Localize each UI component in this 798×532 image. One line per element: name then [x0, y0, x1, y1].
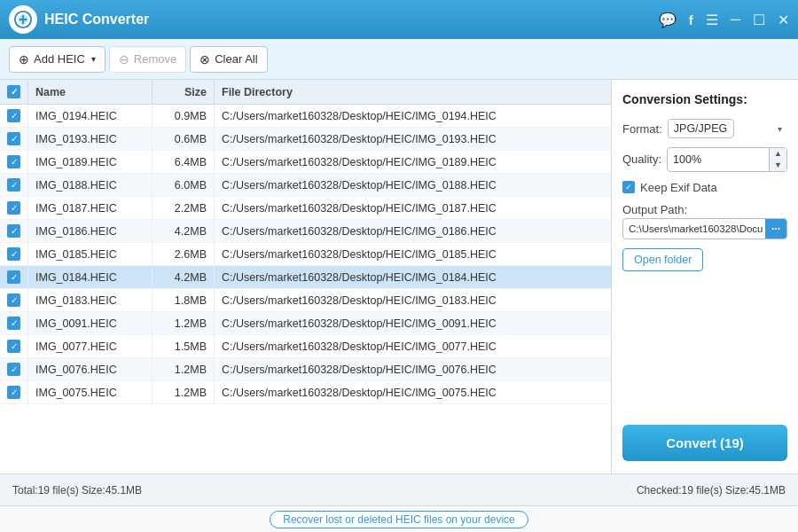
row-checkbox[interactable]: ✓	[0, 220, 28, 243]
row-size: 1.2MB	[153, 312, 215, 335]
table-row[interactable]: ✓IMG_0077.HEIC1.5MBC:/Users/market160328…	[0, 335, 611, 358]
table-row[interactable]: ✓IMG_0076.HEIC1.2MBC:/Users/market160328…	[0, 358, 611, 381]
checkbox-checked-icon[interactable]: ✓	[7, 109, 20, 122]
add-heic-button[interactable]: ⊕ Add HEIC ▾	[9, 46, 106, 73]
row-size: 2.6MB	[153, 243, 215, 266]
keep-exif-row[interactable]: ✓ Keep Exif Data	[622, 181, 787, 194]
row-size: 0.6MB	[153, 128, 215, 151]
quality-value: 100%	[668, 151, 769, 168]
table-scroll[interactable]: ✓IMG_0194.HEIC0.9MBC:/Users/market160328…	[0, 105, 611, 473]
right-panel: Conversion Settings: Format: JPG/JPEG PN…	[612, 80, 798, 473]
row-checkbox[interactable]: ✓	[0, 312, 28, 335]
table-row[interactable]: ✓IMG_0185.HEIC2.6MBC:/Users/market160328…	[0, 243, 611, 266]
row-path: C:/Users/market160328/Desktop/HEIC/IMG_0…	[215, 197, 612, 220]
table-row[interactable]: ✓IMG_0184.HEIC4.2MBC:/Users/market160328…	[0, 266, 611, 289]
row-filename: IMG_0193.HEIC	[28, 128, 153, 151]
app-title: HEIC Converter	[44, 12, 659, 27]
checkbox-checked-icon[interactable]: ✓	[7, 155, 20, 168]
quality-up-button[interactable]: ▲	[770, 148, 786, 160]
row-filename: IMG_0076.HEIC	[28, 358, 153, 381]
remove-button[interactable]: ⊖ Remove	[109, 46, 186, 73]
open-folder-button[interactable]: Open folder	[622, 248, 703, 271]
close-icon[interactable]: ✕	[778, 12, 789, 28]
clear-all-button[interactable]: ⊗ Clear All	[190, 46, 267, 73]
row-checkbox[interactable]: ✓	[0, 266, 28, 289]
format-row: Format: JPG/JPEG PNG WEBP GIF BMP TIFF ▾	[622, 119, 787, 138]
checkbox-checked-icon[interactable]: ✓	[7, 293, 20, 307]
table-row[interactable]: ✓IMG_0187.HEIC2.2MBC:/Users/market160328…	[0, 197, 611, 220]
main-area: ✓ Name Size File Directory ✓IMG_0194.HEI…	[0, 80, 798, 473]
checkbox-checked-icon[interactable]: ✓	[7, 386, 20, 399]
row-checkbox[interactable]: ✓	[0, 243, 28, 266]
checkbox-checked-icon[interactable]: ✓	[7, 201, 20, 215]
checkbox-checked-icon[interactable]: ✓	[7, 317, 20, 330]
row-checkbox[interactable]: ✓	[0, 128, 28, 151]
table-row[interactable]: ✓IMG_0193.HEIC0.6MBC:/Users/market160328…	[0, 128, 611, 151]
dropdown-arrow-icon: ▾	[91, 54, 96, 64]
keep-exif-label: Keep Exif Data	[640, 181, 717, 194]
checkbox-checked-icon[interactable]: ✓	[7, 178, 20, 192]
table-row[interactable]: ✓IMG_0075.HEIC1.2MBC:/Users/market160328…	[0, 381, 611, 404]
row-checkbox[interactable]: ✓	[0, 289, 28, 312]
menu-icon[interactable]: ☰	[706, 12, 718, 28]
header-check[interactable]: ✓	[0, 80, 28, 105]
output-path-section: Output Path: C:\Users\market160328\Docu …	[622, 203, 787, 239]
app-logo	[9, 5, 37, 34]
checkbox-checked-icon[interactable]: ✓	[7, 224, 20, 238]
checkbox-checked-icon[interactable]: ✓	[7, 363, 20, 376]
row-size: 1.8MB	[153, 289, 215, 312]
file-list-container: ✓ Name Size File Directory ✓IMG_0194.HEI…	[0, 80, 612, 473]
row-path: C:/Users/market160328/Desktop/HEIC/IMG_0…	[215, 266, 612, 289]
row-checkbox[interactable]: ✓	[0, 151, 28, 174]
checkbox-checked-icon[interactable]: ✓	[7, 340, 20, 353]
chat-icon[interactable]: 💬	[659, 12, 677, 28]
convert-button[interactable]: Convert (19)	[622, 425, 787, 461]
minimize-icon[interactable]: ─	[731, 12, 740, 27]
status-bar: Total:19 file(s) Size:45.1MB Checked:19 …	[0, 473, 798, 505]
row-filename: IMG_0187.HEIC	[28, 197, 153, 220]
row-size: 2.2MB	[153, 197, 215, 220]
checkbox-checked-icon[interactable]: ✓	[7, 247, 20, 261]
row-path: C:/Users/market160328/Desktop/HEIC/IMG_0…	[215, 220, 612, 243]
row-checkbox[interactable]: ✓	[0, 174, 28, 197]
row-checkbox[interactable]: ✓	[0, 381, 28, 404]
status-left: Total:19 file(s) Size:45.1MB	[12, 484, 142, 497]
row-checkbox[interactable]: ✓	[0, 105, 28, 128]
output-path-label: Output Path:	[622, 203, 787, 216]
row-size: 4.2MB	[153, 220, 215, 243]
row-filename: IMG_0077.HEIC	[28, 335, 153, 358]
facebook-icon[interactable]: f	[689, 12, 693, 27]
maximize-icon[interactable]: ☐	[753, 12, 765, 28]
row-size: 1.5MB	[153, 335, 215, 358]
table-row[interactable]: ✓IMG_0186.HEIC4.2MBC:/Users/market160328…	[0, 220, 611, 243]
select-all-checkbox[interactable]: ✓	[7, 85, 20, 98]
checkbox-checked-icon[interactable]: ✓	[7, 270, 20, 284]
quality-input-wrapper: 100% ▲ ▼	[667, 147, 787, 172]
row-checkbox[interactable]: ✓	[0, 197, 28, 220]
recover-files-link[interactable]: Recover lost or deleted HEIC files on yo…	[270, 511, 528, 528]
table-row[interactable]: ✓IMG_0194.HEIC0.9MBC:/Users/market160328…	[0, 105, 611, 128]
row-size: 6.4MB	[153, 151, 215, 174]
table-row[interactable]: ✓IMG_0183.HEIC1.8MBC:/Users/market160328…	[0, 289, 611, 312]
header-size: Size	[153, 80, 215, 105]
title-bar-actions: 💬 f ☰ ─ ☐ ✕	[659, 12, 789, 28]
keep-exif-checkbox[interactable]: ✓	[622, 181, 635, 193]
toolbar: ⊕ Add HEIC ▾ ⊖ Remove ⊗ Clear All	[0, 39, 798, 80]
format-select[interactable]: JPG/JPEG PNG WEBP GIF BMP TIFF	[668, 119, 734, 138]
quality-down-button[interactable]: ▼	[770, 160, 786, 171]
title-bar: HEIC Converter 💬 f ☰ ─ ☐ ✕	[0, 0, 798, 39]
row-filename: IMG_0194.HEIC	[28, 105, 153, 128]
table-row[interactable]: ✓IMG_0189.HEIC6.4MBC:/Users/market160328…	[0, 151, 611, 174]
row-size: 6.0MB	[153, 174, 215, 197]
browse-path-button[interactable]: ···	[765, 219, 786, 239]
row-filename: IMG_0185.HEIC	[28, 243, 153, 266]
table-row[interactable]: ✓IMG_0188.HEIC6.0MBC:/Users/market160328…	[0, 174, 611, 197]
table-row[interactable]: ✓IMG_0091.HEIC1.2MBC:/Users/market160328…	[0, 312, 611, 335]
settings-title: Conversion Settings:	[622, 92, 787, 106]
row-filename: IMG_0183.HEIC	[28, 289, 153, 312]
quality-row: Quality: 100% ▲ ▼	[622, 147, 787, 172]
row-checkbox[interactable]: ✓	[0, 335, 28, 358]
row-checkbox[interactable]: ✓	[0, 358, 28, 381]
checkbox-checked-icon[interactable]: ✓	[7, 132, 20, 145]
add-icon: ⊕	[19, 52, 29, 66]
